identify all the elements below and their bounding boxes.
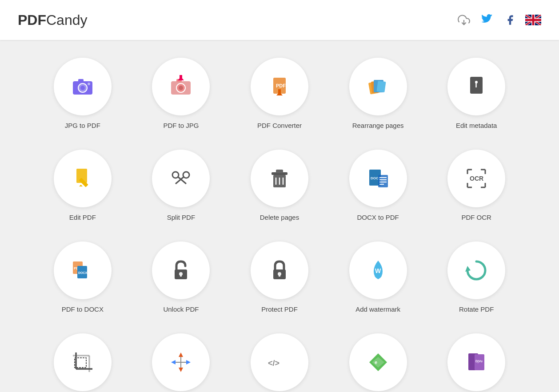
tool-icon-crop-pdf [54,333,112,391]
tool-icon-pdf-ocr: OCR [447,150,505,207]
tool-pdf-to-jpg[interactable]: PDF to JPG [134,49,228,136]
tool-icon-epub-to-pdf: e [349,333,407,391]
tool-delete-pages[interactable]: Delete pages [232,141,327,228]
tool-label-rotate-pdf: Rotate PDF [459,305,494,313]
tool-epub-to-pdf[interactable]: e EPUB to PDF [331,325,425,392]
svg-rect-35 [276,170,283,173]
svg-text:DjVu: DjVu [475,360,483,363]
tool-icon-pdf-converter: PDF [251,58,308,115]
tool-icon-add-watermark: W [349,242,407,299]
tool-label-delete-pages: Delete pages [260,214,299,221]
tool-label-protect-pdf: Protect PDF [261,305,298,313]
tool-rearrange-pages[interactable]: Rearrange pages [331,49,425,136]
svg-text:</>: </> [268,359,280,368]
logo-candy: Candy [46,12,88,28]
tool-pdf-converter[interactable]: PDF PDF Converter [232,49,327,136]
tool-label-docx-to-pdf: DOCX to PDF [357,214,399,221]
tool-split-pdf[interactable]: Split PDF [134,141,228,228]
tool-label-unlock-pdf: Unlock PDF [163,305,199,313]
svg-rect-42 [378,175,388,187]
tool-edit-metadata[interactable]: i Edit metadata [429,49,523,136]
tool-pdf-to-docx[interactable]: PDF DOCX PDF to DOCX [36,233,130,320]
tool-resize-pages[interactable]: Resize pages [134,325,228,392]
svg-rect-17 [278,89,281,95]
tool-unlock-pdf[interactable]: Unlock PDF [134,233,228,320]
svg-text:PDF: PDF [276,83,286,88]
svg-text:OCR: OCR [470,175,483,182]
tool-label-pdf-converter: PDF Converter [257,122,302,129]
language-flag[interactable] [525,15,541,25]
svg-rect-54 [180,274,182,277]
tool-icon-rotate-pdf [447,242,505,299]
tool-label-pdf-ocr: PDF OCR [461,214,491,221]
tool-icon-jpg-to-pdf [54,58,112,115]
tool-icon-edit-metadata: i [447,58,505,115]
svg-text:e: e [375,360,377,365]
svg-rect-5 [78,79,84,82]
svg-marker-67 [179,368,183,372]
svg-text:DOCX: DOCX [78,271,88,274]
tool-html-to-pdf[interactable]: </> HTML to PDF [232,325,327,392]
tool-icon-split-pdf [152,150,210,207]
tool-icon-docx-to-pdf: DOCX [349,150,407,207]
tool-pdf-ocr[interactable]: OCR PDF OCR [429,141,523,228]
svg-point-24 [475,81,478,83]
tool-label-pdf-to-jpg: PDF to JPG [163,122,199,129]
svg-marker-69 [186,360,191,364]
tool-label-rearrange-pages: Rearrange pages [352,122,404,129]
svg-rect-12 [180,75,182,79]
facebook-icon[interactable] [502,12,518,28]
tool-icon-unlock-pdf [152,242,210,299]
twitter-icon[interactable] [479,12,495,28]
tool-icon-delete-pages [251,150,308,207]
svg-point-4 [80,86,85,90]
tool-label-edit-pdf: Edit PDF [69,214,96,221]
svg-point-6 [88,83,90,85]
logo[interactable]: PDF Candy [18,12,88,28]
svg-rect-21 [376,81,386,92]
tool-icon-protect-pdf [251,242,308,299]
tool-icon-pdf-to-jpg [152,58,210,115]
tool-djvu-to-pdf[interactable]: DjVu DjVu to PDF [429,325,523,392]
svg-marker-28 [79,185,83,186]
tool-label-pdf-to-docx: PDF to DOCX [62,305,104,313]
header-actions [456,12,541,28]
tool-icon-edit-pdf [54,150,112,207]
tool-icon-djvu-to-pdf: DjVu [447,333,505,391]
tool-label-split-pdf: Split PDF [167,214,195,221]
tool-icon-pdf-to-docx: PDF DOCX [54,242,112,299]
tool-rotate-pdf[interactable]: Rotate PDF [429,233,523,320]
logo-pdf: PDF [18,12,46,28]
tool-jpg-to-pdf[interactable]: JPG to PDF [36,49,130,136]
tool-edit-pdf[interactable]: Edit PDF [36,141,130,228]
tool-add-watermark[interactable]: W Add watermark [331,233,425,320]
svg-point-9 [179,86,183,90]
tool-icon-rearrange-pages [349,58,407,115]
tool-docx-to-pdf[interactable]: DOCX DOCX to PDF [331,141,425,228]
svg-rect-57 [279,274,280,277]
tool-label-add-watermark: Add watermark [355,305,400,313]
download-icon[interactable] [456,12,472,28]
tool-icon-html-to-pdf: </> [251,333,308,391]
header: PDF Candy [0,0,559,40]
tool-icon-resize-pages [152,333,210,391]
svg-marker-66 [179,352,183,357]
tool-crop-pdf[interactable]: Crop PDF [36,325,130,392]
tools-grid: JPG to PDF PDF to JPG PDF PDF Converter … [0,40,559,392]
svg-marker-59 [465,266,471,272]
tool-label-edit-metadata: Edit metadata [456,122,497,129]
tool-protect-pdf[interactable]: Protect PDF [232,233,327,320]
svg-marker-68 [171,360,176,364]
tool-label-jpg-to-pdf: JPG to PDF [65,122,100,129]
svg-text:W: W [375,267,381,274]
